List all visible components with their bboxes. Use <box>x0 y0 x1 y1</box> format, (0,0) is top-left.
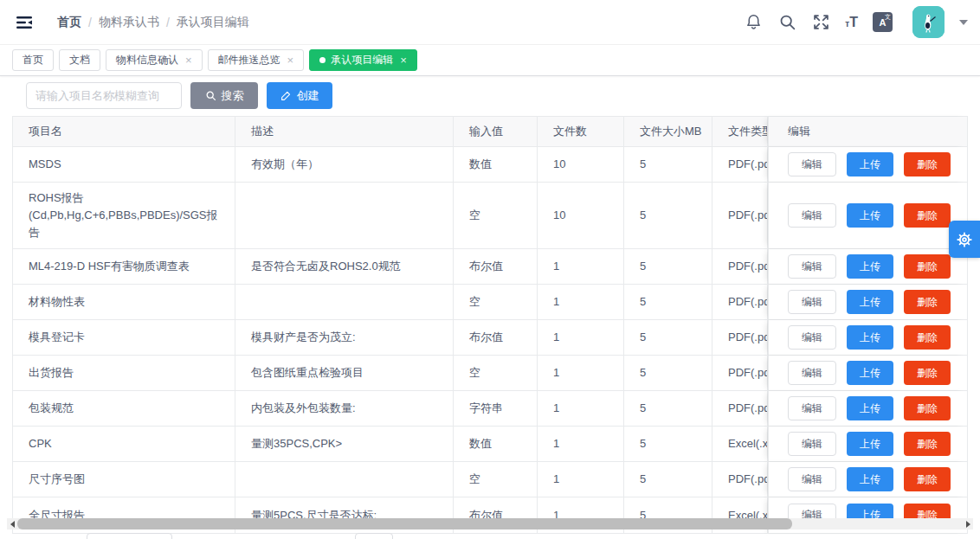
cell-input-type: 空 <box>454 285 538 319</box>
tab-item[interactable]: 首页 <box>12 49 54 71</box>
tab-label: 物料信息确认 <box>116 53 178 67</box>
breadcrumb-separator: / <box>88 16 92 29</box>
upload-button[interactable]: 上传 <box>847 325 893 350</box>
tab-item[interactable]: 文档 <box>59 49 100 71</box>
search-button[interactable]: 搜索 <box>190 82 258 109</box>
delete-button[interactable]: 删除 <box>904 396 951 420</box>
delete-button[interactable]: 删除 <box>904 467 951 491</box>
cell-file-count: 1 <box>538 320 624 355</box>
table-row: CPK量测35PCS,CPK>数值15Excel(.xls编辑上传删除 <box>13 427 967 462</box>
column-header-file-type: 文件类型 <box>712 117 768 146</box>
edit-button[interactable]: 编辑 <box>788 290 836 314</box>
active-tab-dot <box>319 57 326 63</box>
page-jump-input[interactable] <box>355 533 393 539</box>
upload-button[interactable]: 上传 <box>847 361 893 385</box>
upload-button[interactable]: 上传 <box>847 203 893 228</box>
edit-button[interactable]: 编辑 <box>788 432 836 456</box>
table-row: 材料物性表空15PDF(.pdf编辑上传删除 <box>13 285 967 320</box>
tab-close-icon[interactable]: × <box>287 55 294 66</box>
edit-button[interactable]: 编辑 <box>788 203 836 228</box>
edit-button[interactable]: 编辑 <box>788 396 836 420</box>
delete-button[interactable]: 删除 <box>904 325 951 350</box>
delete-button[interactable]: 删除 <box>904 432 951 456</box>
tab-active[interactable]: 承认项目编辑× <box>309 49 417 71</box>
cell-file-type: PDF(.pdf <box>712 249 768 284</box>
delete-button[interactable]: 删除 <box>904 152 951 176</box>
scroll-left-arrow-icon[interactable] <box>7 518 17 529</box>
table-row: 尺寸序号图空15PDF(.pdf编辑上传删除 <box>13 462 967 497</box>
table-header: 项目名 描述 输入值 文件数 文件大小MB 文件类型 编辑 <box>13 117 967 147</box>
column-header-file-size: 文件大小MB <box>624 117 712 146</box>
cell-actions: 编辑上传删除 <box>768 320 967 355</box>
cell-file-count: 1 <box>538 462 624 497</box>
menu-collapse-icon[interactable] <box>14 12 35 33</box>
cell-description: 有效期（年） <box>235 147 454 182</box>
tab-bar: 首页文档物料信息确认×邮件推送总览×承认项目编辑× <box>0 45 980 76</box>
cell-file-type: Excel(.xls <box>712 427 768 461</box>
cell-file-type: PDF(.pdf <box>712 391 768 426</box>
breadcrumb-material-approval[interactable]: 物料承认书 <box>99 15 159 30</box>
horizontal-scrollbar[interactable] <box>7 518 973 529</box>
cell-input-type: 数值 <box>454 427 538 461</box>
project-name-search-input[interactable] <box>26 82 182 109</box>
page-size-select[interactable] <box>87 533 172 539</box>
delete-button[interactable]: 删除 <box>904 290 951 314</box>
edit-button[interactable]: 编辑 <box>788 325 836 350</box>
tab-item[interactable]: 物料信息确认× <box>106 49 203 71</box>
search-button-icon <box>205 90 216 101</box>
breadcrumb-separator: / <box>166 16 170 29</box>
search-button-label: 搜索 <box>222 88 244 104</box>
upload-button[interactable]: 上传 <box>847 467 893 491</box>
scrollbar-thumb[interactable] <box>17 518 792 529</box>
breadcrumb-current-page: 承认项目编辑 <box>177 15 249 30</box>
cell-description: 包含图纸重点检验项目 <box>235 356 454 390</box>
font-size-icon[interactable]: тT <box>845 15 858 30</box>
cell-file-size: 5 <box>624 147 712 182</box>
edit-button[interactable]: 编辑 <box>788 361 836 385</box>
cell-project-name: 包装规范 <box>13 391 235 426</box>
cell-description <box>235 183 454 248</box>
column-header-file-count: 文件数 <box>538 117 624 146</box>
cell-input-type: 数值 <box>454 147 538 182</box>
edit-button[interactable]: 编辑 <box>788 467 836 491</box>
page: 首页 / 物料承认书 / 承认项目编辑 <box>0 0 980 539</box>
scrollbar-track[interactable] <box>17 518 963 529</box>
upload-button[interactable]: 上传 <box>847 254 893 279</box>
cell-file-type: PDF(.pdf <box>712 285 768 319</box>
table-row: 模具登记卡模具财产是否为茂立:布尔值15PDF(.pdf编辑上传删除 <box>13 320 967 356</box>
tab-close-icon[interactable]: × <box>400 55 407 66</box>
delete-button[interactable]: 删除 <box>904 203 951 228</box>
search-icon[interactable] <box>777 13 796 32</box>
table-row: MSDS有效期（年）数值105PDF(.pdf编辑上传删除 <box>13 147 967 183</box>
edit-button[interactable]: 编辑 <box>788 152 836 176</box>
cell-file-count: 1 <box>538 427 624 461</box>
settings-gear-button[interactable] <box>949 221 980 258</box>
upload-button[interactable]: 上传 <box>847 152 893 176</box>
edit-button[interactable]: 编辑 <box>788 254 836 279</box>
translate-icon[interactable]: A文 <box>873 12 893 32</box>
upload-button[interactable]: 上传 <box>847 290 893 314</box>
cell-file-size: 5 <box>624 462 712 497</box>
cell-file-count: 1 <box>538 249 624 284</box>
chevron-down-icon[interactable] <box>959 20 968 25</box>
scroll-right-arrow-icon[interactable] <box>963 518 973 529</box>
avatar[interactable] <box>912 6 945 38</box>
delete-button[interactable]: 删除 <box>904 254 951 279</box>
breadcrumb: 首页 / 物料承认书 / 承认项目编辑 <box>57 15 249 30</box>
tab-label: 邮件推送总览 <box>218 53 280 67</box>
header-actions: тT A文 <box>744 6 968 38</box>
delete-button[interactable]: 删除 <box>904 361 951 385</box>
cell-file-count: 1 <box>538 391 624 426</box>
cell-file-size: 5 <box>624 249 712 284</box>
create-button[interactable]: 创建 <box>267 82 332 109</box>
tab-close-icon[interactable]: × <box>185 55 192 66</box>
fullscreen-icon[interactable] <box>811 13 830 32</box>
cell-project-name: ML4-219-D HSF有害物质调查表 <box>13 249 235 284</box>
tab-item[interactable]: 邮件推送总览× <box>208 49 305 71</box>
upload-button[interactable]: 上传 <box>847 432 893 456</box>
upload-button[interactable]: 上传 <box>847 396 893 420</box>
column-header-project-name: 项目名 <box>13 117 235 146</box>
notification-bell-icon[interactable] <box>744 13 763 32</box>
cell-input-type: 布尔值 <box>454 249 538 284</box>
breadcrumb-home[interactable]: 首页 <box>57 15 81 30</box>
